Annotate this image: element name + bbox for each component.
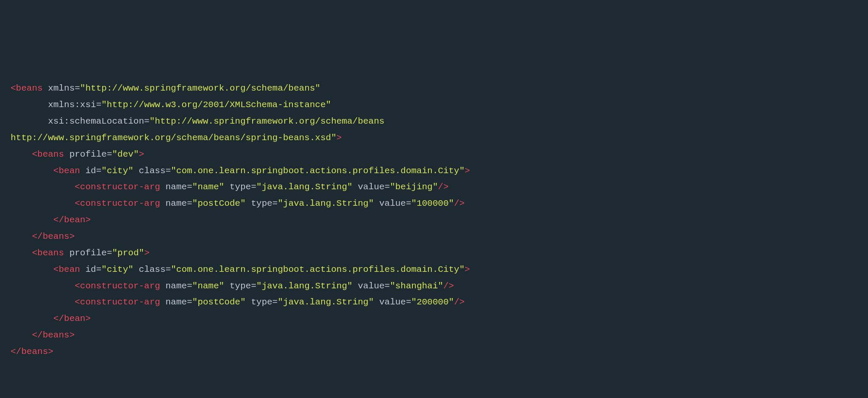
- attr-value: "java.lang.String": [278, 199, 374, 208]
- tag-selfclose: />: [438, 182, 448, 192]
- attr-name: profile: [70, 248, 107, 258]
- attr-value: "shanghai": [390, 281, 443, 291]
- tag-close: </bean>: [53, 314, 91, 323]
- tag-close: >: [144, 248, 150, 258]
- tag-selfclose: />: [454, 199, 465, 208]
- attr-name: value: [358, 182, 384, 192]
- attr-value: "java.lang.String": [256, 182, 353, 192]
- attr-name: name: [165, 199, 186, 208]
- attr-value: "prod": [112, 248, 144, 258]
- attr-value: "city": [101, 265, 134, 274]
- attr-name: value: [358, 281, 384, 291]
- attr-name: profile: [70, 149, 107, 159]
- tag-close: >: [139, 149, 145, 159]
- code-line: <constructor-arg name="postCode" type="j…: [11, 199, 465, 208]
- code-line: </bean>: [11, 314, 91, 323]
- code-line: <beans profile="dev">: [11, 149, 144, 159]
- attr-name: class: [139, 265, 166, 274]
- attr-value: "com.one.learn.springboot.actions.profil…: [171, 265, 465, 274]
- tag-open: <bean: [53, 265, 80, 274]
- attr-value: "http://www.w3.org/2001/XMLSchema-instan…: [101, 100, 331, 110]
- code-line: <bean id="city" class="com.one.learn.spr…: [11, 166, 470, 176]
- tag-open: <beans: [32, 149, 64, 159]
- tag-open: <constructor-arg: [75, 297, 160, 307]
- tag-selfclose: />: [454, 297, 465, 307]
- tag-close: </beans>: [11, 347, 53, 357]
- attr-value: "200000": [411, 297, 454, 307]
- attr-name: name: [165, 297, 186, 307]
- tag-close: >: [337, 133, 342, 143]
- code-line: </beans>: [11, 330, 75, 340]
- attr-name: type: [230, 281, 251, 291]
- attr-name: name: [165, 281, 186, 291]
- tag-open: <constructor-arg: [75, 182, 160, 192]
- code-line: xmlns:xsi="http://www.w3.org/2001/XMLSch…: [11, 100, 331, 110]
- attr-name: type: [230, 182, 251, 192]
- attr-value: "postCode": [192, 199, 246, 208]
- tag-open: <beans: [32, 248, 64, 258]
- attr-name: name: [165, 182, 186, 192]
- attr-name: id: [85, 166, 96, 176]
- attr-name: xmlns: [48, 83, 75, 93]
- attr-name: value: [379, 199, 406, 208]
- tag-close: </bean>: [53, 215, 91, 225]
- attr-value: "dev": [112, 149, 139, 159]
- code-line: <bean id="city" class="com.one.learn.spr…: [11, 265, 470, 274]
- tag-close: >: [465, 265, 470, 274]
- tag-open: <beans: [11, 83, 43, 93]
- attr-name: xsi:schemaLocation: [48, 116, 144, 126]
- attr-value: http://www.springframework.org/schema/be…: [11, 133, 337, 143]
- attr-value: "http://www.springframework.org/schema/b…: [150, 116, 385, 126]
- code-line: <beans profile="prod">: [11, 248, 150, 258]
- attr-name: xmlns:xsi: [48, 100, 96, 110]
- code-line: http://www.springframework.org/schema/be…: [11, 133, 342, 143]
- code-line: <beans xmlns="http://www.springframework…: [11, 83, 320, 93]
- attr-name: value: [379, 297, 406, 307]
- code-line: xsi:schemaLocation="http://www.springfra…: [11, 116, 384, 126]
- attr-value: "name": [192, 281, 225, 291]
- attr-value: "beijing": [390, 182, 438, 192]
- tag-close: >: [465, 166, 470, 176]
- attr-value: "city": [101, 166, 134, 176]
- attr-value: "100000": [411, 199, 454, 208]
- attr-value: "java.lang.String": [278, 297, 374, 307]
- tag-open: <constructor-arg: [75, 281, 160, 291]
- code-line: </beans>: [11, 232, 75, 241]
- code-line: <constructor-arg name="postCode" type="j…: [11, 297, 465, 307]
- tag-selfclose: />: [443, 281, 454, 291]
- attr-value: "name": [192, 182, 225, 192]
- tag-open: <constructor-arg: [75, 199, 160, 208]
- attr-name: id: [85, 265, 96, 274]
- attr-name: type: [251, 199, 272, 208]
- code-line: </beans>: [11, 347, 53, 357]
- attr-name: class: [139, 166, 166, 176]
- attr-name: type: [251, 297, 272, 307]
- tag-close: </beans>: [32, 330, 75, 340]
- code-line: <constructor-arg name="name" type="java.…: [11, 182, 449, 192]
- code-line: <constructor-arg name="name" type="java.…: [11, 281, 454, 291]
- attr-value: "java.lang.String": [256, 281, 353, 291]
- attr-value: "com.one.learn.springboot.actions.profil…: [171, 166, 465, 176]
- code-block: <beans xmlns="http://www.springframework…: [11, 80, 857, 360]
- tag-close: </beans>: [32, 232, 75, 241]
- code-line: </bean>: [11, 215, 91, 225]
- tag-open: <bean: [53, 166, 80, 176]
- attr-value: "http://www.springframework.org/schema/b…: [80, 83, 320, 93]
- attr-value: "postCode": [192, 297, 246, 307]
